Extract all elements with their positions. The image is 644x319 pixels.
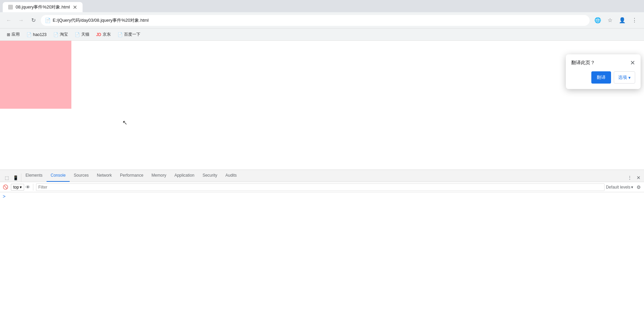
- toolbar-divider: [33, 184, 33, 191]
- hao123-icon: 📄: [27, 32, 32, 37]
- translate-confirm-button[interactable]: 翻译: [591, 71, 611, 84]
- back-icon: ←: [6, 17, 12, 23]
- apps-label: 应用: [12, 32, 20, 37]
- bookmarks-bar: ⊞ 应用 📄 hao123 📄 淘宝 📄 天猫 JD 京东 📄 百度一下: [0, 29, 644, 41]
- context-arrow-icon: ▾: [20, 185, 22, 190]
- bookmark-baidu[interactable]: 📄 百度一下: [115, 30, 143, 39]
- reload-icon: ↻: [31, 17, 36, 23]
- tab-network-label: Network: [97, 173, 112, 178]
- tianmao-icon: 📄: [75, 32, 80, 37]
- browser-right-icons: 🌐 ☆ 👤 ⋮: [592, 15, 640, 26]
- tab-elements-label: Elements: [25, 173, 42, 178]
- hao123-label: hao123: [33, 32, 47, 37]
- page-area: ↖ 翻译此页？ ✕ 翻译 选项 ▾: [0, 41, 644, 170]
- filter-input[interactable]: [36, 183, 605, 191]
- pink-box: [0, 41, 71, 109]
- translate-popup-title: 翻译此页？: [571, 60, 595, 66]
- devtools-tabs-bar: ⬚ 📱 Elements Console Sources Network: [0, 170, 644, 182]
- translate-options-button[interactable]: 选项 ▾: [614, 71, 635, 84]
- devtools-left-icons: ⬚ 📱: [1, 174, 21, 182]
- context-value: top: [13, 185, 19, 190]
- main-content: ↖ 翻译此页？ ✕ 翻译 选项 ▾: [0, 41, 644, 319]
- clear-icon: 🚫: [3, 184, 8, 190]
- bookmark-button[interactable]: ☆: [605, 15, 615, 26]
- tab-security-label: Security: [203, 173, 217, 178]
- menu-button[interactable]: ⋮: [629, 15, 640, 26]
- devtools-tab-application[interactable]: Application: [170, 170, 198, 182]
- bookmark-jd[interactable]: JD 京东: [93, 30, 114, 39]
- tianmao-label: 天猫: [81, 32, 89, 37]
- tab-application-label: Application: [174, 173, 194, 178]
- device-icon: 📱: [13, 175, 18, 180]
- console-content[interactable]: >: [0, 192, 644, 319]
- translate-close-button[interactable]: ✕: [630, 60, 635, 66]
- tab-memory-label: Memory: [152, 173, 166, 178]
- bookmark-tianmao[interactable]: 📄 天猫: [72, 30, 92, 39]
- clear-console-button[interactable]: 🚫: [1, 183, 10, 191]
- level-label: Default levels: [606, 185, 630, 190]
- tab-close-button[interactable]: ✕: [73, 4, 77, 11]
- tab-title: 08.jquery事件%20对象.html: [16, 4, 70, 10]
- devtools-right-icons: ⋮ ✕: [626, 174, 644, 182]
- back-button[interactable]: ←: [4, 16, 14, 25]
- apps-icon: ⊞: [7, 32, 10, 37]
- jd-icon: JD: [96, 32, 101, 37]
- browser-chrome: 08.jquery事件%20对象.html ✕ ← → ↻ 📄 E:/jQuer…: [0, 0, 644, 319]
- devtools-panel: ⬚ 📱 Elements Console Sources Network: [0, 170, 644, 319]
- tab-console-label: Console: [51, 173, 66, 178]
- inspect-icon: ⬚: [5, 175, 9, 180]
- console-toolbar: 🚫 top ▾ 👁 Default levels ▾ ⚙: [0, 182, 644, 192]
- translate-popup-header: 翻译此页？ ✕: [571, 60, 635, 66]
- devtools-tab-security[interactable]: Security: [198, 170, 221, 182]
- level-arrow-icon: ▾: [631, 185, 633, 190]
- devtools-close-button[interactable]: ✕: [634, 174, 643, 182]
- context-selector[interactable]: top ▾: [11, 184, 24, 191]
- active-tab[interactable]: 08.jquery事件%20对象.html ✕: [3, 2, 83, 12]
- reload-button[interactable]: ↻: [29, 16, 38, 25]
- bookmark-apps[interactable]: ⊞ 应用: [4, 30, 22, 39]
- devtools-more-icon: ⋮: [627, 175, 632, 180]
- devtools-tab-console[interactable]: Console: [47, 170, 70, 182]
- jd-label: 京东: [103, 32, 111, 37]
- devtools-tab-audits[interactable]: Audits: [221, 170, 241, 182]
- tab-sources-label: Sources: [74, 173, 89, 178]
- options-arrow-icon: ▾: [628, 75, 631, 80]
- devtools-tab-elements[interactable]: Elements: [21, 170, 47, 182]
- devtools-tab-sources[interactable]: Sources: [70, 170, 93, 182]
- taobao-icon: 📄: [53, 32, 58, 37]
- star-icon: ☆: [608, 17, 612, 23]
- devtools-tab-memory[interactable]: Memory: [147, 170, 170, 182]
- translate-popup: 翻译此页？ ✕ 翻译 选项 ▾: [566, 54, 641, 89]
- devtools-inspect-button[interactable]: ⬚: [3, 174, 11, 182]
- devtools-more-button[interactable]: ⋮: [626, 174, 634, 182]
- console-settings-button[interactable]: ⚙: [634, 183, 643, 191]
- forward-icon: →: [18, 17, 24, 23]
- log-level-selector[interactable]: Default levels ▾: [606, 185, 633, 190]
- bookmark-taobao[interactable]: 📄 淘宝: [51, 30, 71, 39]
- tab-audits-label: Audits: [225, 173, 237, 178]
- devtools-close-icon: ✕: [637, 175, 641, 180]
- profile-button[interactable]: 👤: [617, 15, 628, 26]
- translate-icon-button[interactable]: 🌐: [592, 15, 603, 26]
- eye-button[interactable]: 👁: [25, 184, 30, 190]
- menu-icon: ⋮: [632, 17, 637, 23]
- devtools-tab-network[interactable]: Network: [93, 170, 116, 182]
- forward-button[interactable]: →: [16, 16, 26, 25]
- devtools-device-button[interactable]: 📱: [12, 174, 20, 182]
- mouse-cursor: ↖: [122, 119, 127, 126]
- console-prompt[interactable]: >: [3, 194, 5, 199]
- address-bar: ← → ↻ 📄 E:/jQuery代码/day03/08.jquery事件%20…: [0, 12, 644, 29]
- bookmark-hao123[interactable]: 📄 hao123: [24, 31, 49, 38]
- translate-popup-buttons: 翻译 选项 ▾: [571, 71, 635, 84]
- devtools-tab-performance[interactable]: Performance: [116, 170, 147, 182]
- baidu-icon: 📄: [118, 32, 123, 37]
- baidu-label: 百度一下: [124, 32, 140, 37]
- page-info-icon: 📄: [45, 18, 51, 23]
- url-text: E:/jQuery代码/day03/08.jquery事件%20对象.html: [53, 17, 586, 23]
- tab-performance-label: Performance: [120, 173, 143, 178]
- profile-icon: 👤: [619, 17, 626, 23]
- address-input[interactable]: 📄 E:/jQuery代码/day03/08.jquery事件%20对象.htm…: [41, 15, 590, 26]
- tab-bar: 08.jquery事件%20对象.html ✕: [0, 0, 644, 12]
- settings-icon: ⚙: [637, 184, 641, 190]
- options-label: 选项: [618, 74, 627, 81]
